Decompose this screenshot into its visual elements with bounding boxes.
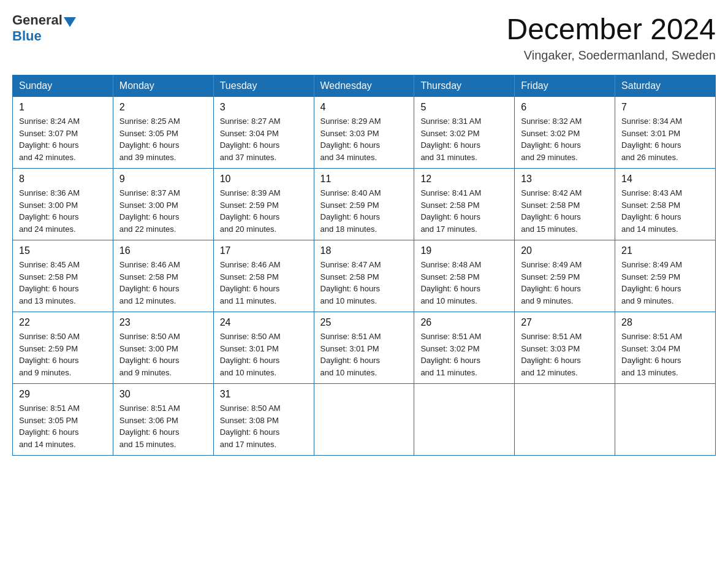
- day-info: Sunrise: 8:40 AM Sunset: 2:59 PM Dayligh…: [320, 187, 408, 235]
- day-info: Sunrise: 8:47 AM Sunset: 2:58 PM Dayligh…: [320, 259, 408, 307]
- day-info: Sunrise: 8:43 AM Sunset: 2:58 PM Dayligh…: [621, 187, 709, 235]
- calendar-day-cell: 8 Sunrise: 8:36 AM Sunset: 3:00 PM Dayli…: [13, 169, 113, 240]
- day-info: Sunrise: 8:49 AM Sunset: 2:59 PM Dayligh…: [621, 259, 709, 307]
- calendar-day-cell: 24 Sunrise: 8:50 AM Sunset: 3:01 PM Dayl…: [213, 312, 314, 384]
- page-header: General Blue December 2024 Vingaker, Soe…: [12, 12, 716, 63]
- calendar-day-cell: 15 Sunrise: 8:45 AM Sunset: 2:58 PM Dayl…: [13, 240, 113, 312]
- day-number: 17: [220, 245, 308, 256]
- calendar-day-cell: 9 Sunrise: 8:37 AM Sunset: 3:00 PM Dayli…: [113, 169, 213, 240]
- day-number: 4: [320, 102, 408, 113]
- calendar-day-cell: 23 Sunrise: 8:50 AM Sunset: 3:00 PM Dayl…: [113, 312, 213, 384]
- logo-blue-text: Blue: [12, 28, 42, 44]
- day-number: 11: [320, 174, 408, 185]
- calendar-day-cell: 11 Sunrise: 8:40 AM Sunset: 2:59 PM Dayl…: [314, 169, 414, 240]
- day-number: 29: [19, 389, 107, 400]
- calendar-day-cell: 7 Sunrise: 8:34 AM Sunset: 3:01 PM Dayli…: [615, 97, 716, 169]
- calendar-day-cell: 18 Sunrise: 8:47 AM Sunset: 2:58 PM Dayl…: [314, 240, 414, 312]
- day-number: 8: [19, 174, 107, 185]
- day-number: 2: [119, 102, 207, 113]
- calendar-day-cell: 25 Sunrise: 8:51 AM Sunset: 3:01 PM Dayl…: [314, 312, 414, 384]
- calendar-day-cell: 29 Sunrise: 8:51 AM Sunset: 3:05 PM Dayl…: [13, 384, 113, 456]
- day-info: Sunrise: 8:29 AM Sunset: 3:03 PM Dayligh…: [320, 115, 408, 163]
- calendar-day-cell: 13 Sunrise: 8:42 AM Sunset: 2:58 PM Dayl…: [515, 169, 615, 240]
- day-info: Sunrise: 8:45 AM Sunset: 2:58 PM Dayligh…: [19, 259, 107, 307]
- calendar-day-cell: 5 Sunrise: 8:31 AM Sunset: 3:02 PM Dayli…: [414, 97, 515, 169]
- day-number: 10: [220, 174, 308, 185]
- logo-general-text: General: [12, 12, 63, 28]
- day-number: 21: [621, 245, 709, 256]
- calendar-day-cell: 14 Sunrise: 8:43 AM Sunset: 2:58 PM Dayl…: [615, 169, 716, 240]
- location-subtitle: Vingaker, Soedermanland, Sweden: [506, 48, 716, 63]
- calendar-week-row: 29 Sunrise: 8:51 AM Sunset: 3:05 PM Dayl…: [13, 384, 716, 456]
- calendar-day-cell: 31 Sunrise: 8:50 AM Sunset: 3:08 PM Dayl…: [213, 384, 314, 456]
- calendar-day-cell: 12 Sunrise: 8:41 AM Sunset: 2:58 PM Dayl…: [414, 169, 515, 240]
- calendar-day-cell: [314, 384, 414, 456]
- calendar-day-cell: 28 Sunrise: 8:51 AM Sunset: 3:04 PM Dayl…: [615, 312, 716, 384]
- calendar-day-cell: 17 Sunrise: 8:46 AM Sunset: 2:58 PM Dayl…: [213, 240, 314, 312]
- day-info: Sunrise: 8:32 AM Sunset: 3:02 PM Dayligh…: [521, 115, 609, 163]
- day-number: 15: [19, 245, 107, 256]
- day-number: 14: [621, 174, 709, 185]
- day-info: Sunrise: 8:50 AM Sunset: 2:59 PM Dayligh…: [19, 331, 107, 378]
- calendar-day-cell: 26 Sunrise: 8:51 AM Sunset: 3:02 PM Dayl…: [414, 312, 515, 384]
- day-number: 23: [119, 317, 207, 328]
- day-number: 6: [521, 102, 609, 113]
- day-number: 20: [521, 245, 609, 256]
- day-info: Sunrise: 8:50 AM Sunset: 3:01 PM Dayligh…: [220, 331, 308, 378]
- calendar-day-cell: 6 Sunrise: 8:32 AM Sunset: 3:02 PM Dayli…: [515, 97, 615, 169]
- day-number: 18: [320, 245, 408, 256]
- title-section: December 2024 Vingaker, Soedermanland, S…: [506, 12, 716, 63]
- day-number: 22: [19, 317, 107, 328]
- calendar-week-row: 8 Sunrise: 8:36 AM Sunset: 3:00 PM Dayli…: [13, 169, 716, 240]
- calendar-day-cell: 20 Sunrise: 8:49 AM Sunset: 2:59 PM Dayl…: [515, 240, 615, 312]
- day-number: 26: [420, 317, 508, 328]
- day-info: Sunrise: 8:51 AM Sunset: 3:01 PM Dayligh…: [320, 331, 408, 378]
- day-info: Sunrise: 8:27 AM Sunset: 3:04 PM Dayligh…: [220, 115, 308, 163]
- calendar-day-cell: 16 Sunrise: 8:46 AM Sunset: 2:58 PM Dayl…: [113, 240, 213, 312]
- day-number: 30: [119, 389, 207, 400]
- calendar-table: SundayMondayTuesdayWednesdayThursdayFrid…: [12, 75, 716, 456]
- day-number: 19: [420, 245, 508, 256]
- day-number: 24: [220, 317, 308, 328]
- day-of-week-header: Thursday: [414, 75, 515, 97]
- day-of-week-header: Tuesday: [213, 75, 314, 97]
- day-info: Sunrise: 8:31 AM Sunset: 3:02 PM Dayligh…: [420, 115, 508, 163]
- day-number: 12: [420, 174, 508, 185]
- calendar-day-cell: 22 Sunrise: 8:50 AM Sunset: 2:59 PM Dayl…: [13, 312, 113, 384]
- day-info: Sunrise: 8:41 AM Sunset: 2:58 PM Dayligh…: [420, 187, 508, 235]
- calendar-day-cell: 19 Sunrise: 8:48 AM Sunset: 2:58 PM Dayl…: [414, 240, 515, 312]
- day-info: Sunrise: 8:25 AM Sunset: 3:05 PM Dayligh…: [119, 115, 207, 163]
- calendar-day-cell: 21 Sunrise: 8:49 AM Sunset: 2:59 PM Dayl…: [615, 240, 716, 312]
- day-info: Sunrise: 8:51 AM Sunset: 3:06 PM Dayligh…: [119, 402, 207, 450]
- day-info: Sunrise: 8:46 AM Sunset: 2:58 PM Dayligh…: [220, 259, 308, 307]
- day-number: 31: [220, 389, 308, 400]
- day-number: 1: [19, 102, 107, 113]
- day-info: Sunrise: 8:50 AM Sunset: 3:00 PM Dayligh…: [119, 331, 207, 378]
- day-number: 13: [521, 174, 609, 185]
- calendar-day-cell: 30 Sunrise: 8:51 AM Sunset: 3:06 PM Dayl…: [113, 384, 213, 456]
- calendar-day-cell: 2 Sunrise: 8:25 AM Sunset: 3:05 PM Dayli…: [113, 97, 213, 169]
- day-number: 27: [521, 317, 609, 328]
- logo: General Blue: [12, 12, 77, 44]
- day-info: Sunrise: 8:42 AM Sunset: 2:58 PM Dayligh…: [521, 187, 609, 235]
- calendar-day-cell: [615, 384, 716, 456]
- day-of-week-header: Sunday: [13, 75, 113, 97]
- day-info: Sunrise: 8:51 AM Sunset: 3:04 PM Dayligh…: [621, 331, 709, 378]
- calendar-day-cell: 27 Sunrise: 8:51 AM Sunset: 3:03 PM Dayl…: [515, 312, 615, 384]
- calendar-week-row: 1 Sunrise: 8:24 AM Sunset: 3:07 PM Dayli…: [13, 97, 716, 169]
- calendar-week-row: 22 Sunrise: 8:50 AM Sunset: 2:59 PM Dayl…: [13, 312, 716, 384]
- day-info: Sunrise: 8:51 AM Sunset: 3:05 PM Dayligh…: [19, 402, 107, 450]
- day-number: 7: [621, 102, 709, 113]
- calendar-day-cell: 3 Sunrise: 8:27 AM Sunset: 3:04 PM Dayli…: [213, 97, 314, 169]
- day-of-week-header: Wednesday: [314, 75, 414, 97]
- calendar-header-row: SundayMondayTuesdayWednesdayThursdayFrid…: [13, 75, 716, 97]
- month-year-title: December 2024: [506, 12, 716, 46]
- day-info: Sunrise: 8:51 AM Sunset: 3:03 PM Dayligh…: [521, 331, 609, 378]
- day-of-week-header: Saturday: [615, 75, 716, 97]
- day-info: Sunrise: 8:49 AM Sunset: 2:59 PM Dayligh…: [521, 259, 609, 307]
- calendar-day-cell: 10 Sunrise: 8:39 AM Sunset: 2:59 PM Dayl…: [213, 169, 314, 240]
- day-number: 5: [420, 102, 508, 113]
- calendar-day-cell: [414, 384, 515, 456]
- day-info: Sunrise: 8:48 AM Sunset: 2:58 PM Dayligh…: [420, 259, 508, 307]
- day-number: 28: [621, 317, 709, 328]
